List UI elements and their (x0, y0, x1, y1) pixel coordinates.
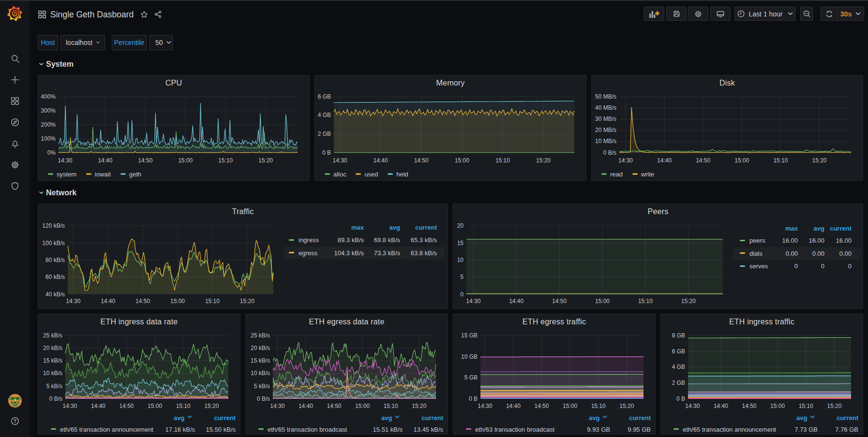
svg-text:?: ? (14, 419, 16, 424)
